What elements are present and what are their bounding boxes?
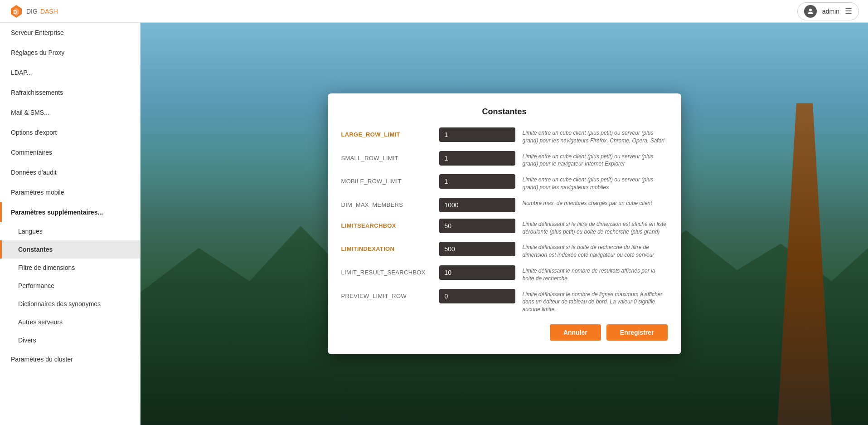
label-mobile-row-limit: MOBILE_ROW_LIMIT	[341, 174, 432, 185]
sidebar-item-parametres-supplementaires[interactable]: Paramètres supplémentaires...	[0, 202, 140, 222]
input-large-row-limit[interactable]	[439, 127, 515, 142]
logo-icon: D	[9, 4, 24, 19]
svg-text:D: D	[13, 9, 17, 15]
logo-dash-text: DASH	[40, 8, 58, 15]
form-row-large-row-limit: LARGE_ROW_LIMIT Limite entre un cube cli…	[341, 127, 668, 145]
input-limit-result-searchbox[interactable]	[439, 265, 515, 280]
form-row-mobile-row-limit: MOBILE_ROW_LIMIT Limite entre un cube cl…	[341, 174, 668, 191]
user-menu[interactable]: admin ☰	[797, 2, 859, 20]
input-wrap-mobile-row-limit	[439, 174, 515, 189]
main-layout: Serveur Enterprise Réglages du Proxy LDA…	[0, 23, 868, 425]
sidebar-item-reglages-proxy[interactable]: Réglages du Proxy	[0, 43, 140, 63]
desc-preview-limit-row: Limite définissant le nombre de lignes m…	[523, 289, 668, 313]
sidebar-item-filtre-dimensions[interactable]: Filtre de dimensions	[0, 259, 140, 277]
input-limitsearchbox[interactable]	[439, 219, 515, 233]
sidebar-item-options-export[interactable]: Options d'export	[0, 122, 140, 142]
constantes-modal: Constantes LARGE_ROW_LIMIT Limite entre …	[328, 93, 681, 354]
sidebar-item-parametres-cluster[interactable]: Paramètres du cluster	[0, 349, 140, 369]
desc-mobile-row-limit: Limite entre un cube client (plus petit)…	[523, 174, 668, 191]
input-wrap-preview-limit-row	[439, 289, 515, 303]
header: D DIGDASH admin ☰	[0, 0, 868, 23]
form-row-limitindexation: LIMITINDEXATION Limite définissant si la…	[341, 242, 668, 259]
sidebar-item-divers[interactable]: Divers	[0, 331, 140, 349]
input-wrap-large-row-limit	[439, 127, 515, 142]
svg-point-3	[809, 9, 812, 11]
cancel-button[interactable]: Annuler	[550, 324, 601, 341]
input-preview-limit-row[interactable]	[439, 289, 515, 303]
form-row-limitsearchbox: LIMITSEARCHBOX Limite définissant si le …	[341, 219, 668, 236]
desc-limitindexation: Limite définissant si la boite de recher…	[523, 242, 668, 259]
hamburger-icon[interactable]: ☰	[845, 6, 852, 16]
form-row-small-row-limit: SMALL_ROW_LIMIT Limite entre un cube cli…	[341, 151, 668, 168]
sidebar-item-donnees-audit[interactable]: Données d'audit	[0, 162, 140, 182]
label-dim-max-members: DIM_MAX_MEMBERS	[341, 198, 432, 208]
label-limitindexation: LIMITINDEXATION	[341, 242, 432, 252]
logo: D DIGDASH	[9, 4, 58, 19]
input-limitindexation[interactable]	[439, 242, 515, 256]
label-preview-limit-row: PREVIEW_LIMIT_ROW	[341, 289, 432, 299]
sidebar-item-rafraichissements[interactable]: Rafraichissements	[0, 83, 140, 103]
input-wrap-limitindexation	[439, 242, 515, 256]
desc-large-row-limit: Limite entre un cube client (plus petit)…	[523, 127, 668, 145]
sidebar-item-mail-sms[interactable]: Mail & SMS...	[0, 103, 140, 122]
sidebar-item-langues[interactable]: Langues	[0, 222, 140, 240]
desc-small-row-limit: Limite entre un cube client (plus petit)…	[523, 151, 668, 168]
sidebar-item-performance[interactable]: Performance	[0, 277, 140, 295]
admin-label: admin	[822, 8, 839, 15]
form-row-dim-max-members: DIM_MAX_MEMBERS Nombre max. de membres c…	[341, 198, 668, 212]
modal-title: Constantes	[341, 107, 668, 117]
avatar	[804, 5, 817, 18]
form-row-preview-limit-row: PREVIEW_LIMIT_ROW Limite définissant le …	[341, 289, 668, 313]
desc-limitsearchbox: Limite définissant si le filtre de dimen…	[523, 219, 668, 236]
input-wrap-limitsearchbox	[439, 219, 515, 233]
sidebar-item-parametres-mobile[interactable]: Paramètres mobile	[0, 182, 140, 202]
sidebar-item-constantes[interactable]: Constantes	[0, 240, 140, 259]
input-wrap-small-row-limit	[439, 151, 515, 166]
desc-dim-max-members: Nombre max. de membres chargés par un cu…	[523, 198, 668, 207]
sidebar-item-ldap[interactable]: LDAP...	[0, 63, 140, 83]
label-large-row-limit: LARGE_ROW_LIMIT	[341, 127, 432, 138]
form-row-limit-result-searchbox: LIMIT_RESULT_SEARCHBOX Limite définissan…	[341, 265, 668, 283]
sidebar-item-dictionnaires-synonymes[interactable]: Dictionnaires des synonymes	[0, 295, 140, 313]
input-mobile-row-limit[interactable]	[439, 174, 515, 189]
sidebar-item-commentaires[interactable]: Commentaires	[0, 142, 140, 162]
sidebar: Serveur Enterprise Réglages du Proxy LDA…	[0, 23, 141, 425]
input-small-row-limit[interactable]	[439, 151, 515, 166]
content-area: Constantes LARGE_ROW_LIMIT Limite entre …	[141, 23, 868, 425]
label-limit-result-searchbox: LIMIT_RESULT_SEARCHBOX	[341, 265, 432, 276]
save-button[interactable]: Enregistrer	[606, 324, 668, 341]
sidebar-item-autres-serveurs[interactable]: Autres serveurs	[0, 313, 140, 331]
desc-limit-result-searchbox: Limite définissant le nombre de resultat…	[523, 265, 668, 283]
logo-dig-text: DIG	[26, 8, 38, 15]
input-wrap-dim-max-members	[439, 198, 515, 212]
input-dim-max-members[interactable]	[439, 198, 515, 212]
modal-overlay: Constantes LARGE_ROW_LIMIT Limite entre …	[141, 23, 868, 425]
sidebar-item-serveur-enterprise[interactable]: Serveur Enterprise	[0, 23, 140, 43]
label-small-row-limit: SMALL_ROW_LIMIT	[341, 151, 432, 161]
label-limitsearchbox: LIMITSEARCHBOX	[341, 219, 432, 229]
modal-footer: Annuler Enregistrer	[341, 324, 668, 341]
input-wrap-limit-result-searchbox	[439, 265, 515, 280]
